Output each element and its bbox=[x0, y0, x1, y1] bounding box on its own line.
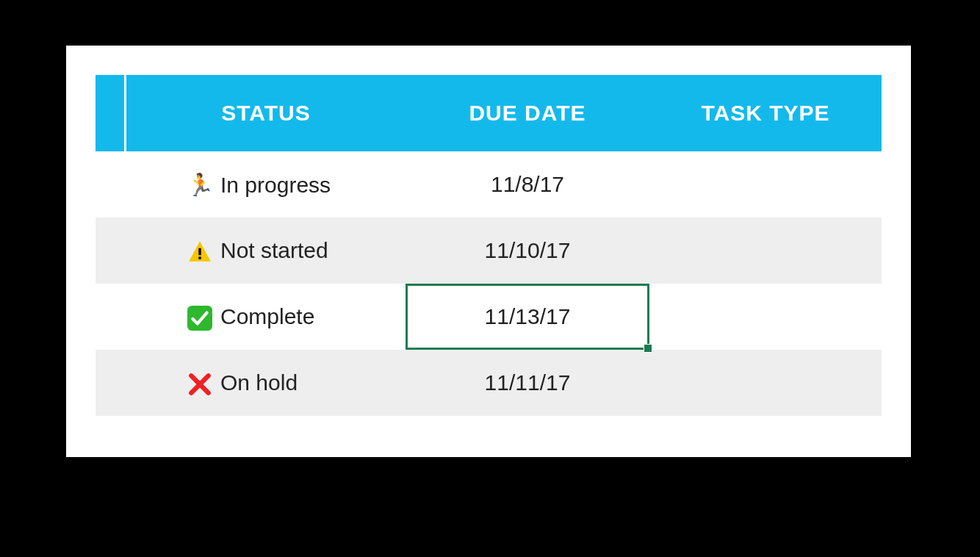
cross-icon bbox=[185, 370, 215, 396]
task-type-cell[interactable] bbox=[649, 284, 882, 350]
card: STATUS DUE DATE TASK TYPE 🏃In progress 1… bbox=[66, 46, 911, 457]
row-lead-cell[interactable] bbox=[96, 284, 126, 350]
due-date-cell[interactable]: 11/10/17 bbox=[406, 218, 649, 284]
status-cell[interactable]: Not started bbox=[126, 218, 406, 284]
header-task-type[interactable]: TASK TYPE bbox=[649, 75, 882, 151]
svg-rect-2 bbox=[198, 256, 201, 259]
warning-icon bbox=[185, 237, 215, 264]
table-body: 🏃In progress 11/8/17 Not started 11/10/1… bbox=[96, 151, 882, 416]
status-label: On hold bbox=[220, 371, 298, 395]
runner-icon: 🏃 bbox=[185, 172, 215, 198]
due-date-cell[interactable]: 11/11/17 bbox=[406, 350, 649, 416]
row-lead-cell[interactable] bbox=[96, 218, 126, 284]
svg-rect-1 bbox=[198, 248, 201, 255]
table-row: Complete 11/13/17 bbox=[96, 284, 882, 350]
due-date-cell[interactable]: 11/13/17 bbox=[406, 284, 649, 350]
header-status[interactable]: STATUS bbox=[126, 75, 406, 151]
status-cell[interactable]: Complete bbox=[126, 284, 406, 350]
task-type-cell[interactable] bbox=[649, 218, 882, 284]
table-row: 🏃In progress 11/8/17 bbox=[96, 151, 882, 218]
task-type-cell[interactable] bbox=[649, 350, 882, 416]
check-icon bbox=[185, 303, 215, 330]
task-type-cell[interactable] bbox=[649, 151, 882, 218]
header-due-date[interactable]: DUE DATE bbox=[406, 75, 649, 151]
svg-rect-3 bbox=[187, 306, 212, 331]
header-row: STATUS DUE DATE TASK TYPE bbox=[96, 75, 882, 151]
status-label: Complete bbox=[220, 305, 314, 329]
status-table: STATUS DUE DATE TASK TYPE 🏃In progress 1… bbox=[96, 75, 882, 416]
header-blank[interactable] bbox=[96, 75, 126, 151]
due-date-cell[interactable]: 11/8/17 bbox=[406, 151, 649, 218]
status-cell[interactable]: 🏃In progress bbox=[126, 151, 406, 218]
row-lead-cell[interactable] bbox=[96, 151, 126, 218]
status-cell[interactable]: On hold bbox=[126, 350, 406, 416]
table-row: On hold 11/11/17 bbox=[96, 350, 882, 416]
status-label: In progress bbox=[220, 173, 331, 197]
table-row: Not started 11/10/17 bbox=[96, 218, 882, 284]
row-lead-cell[interactable] bbox=[96, 350, 126, 416]
status-label: Not started bbox=[220, 239, 328, 263]
